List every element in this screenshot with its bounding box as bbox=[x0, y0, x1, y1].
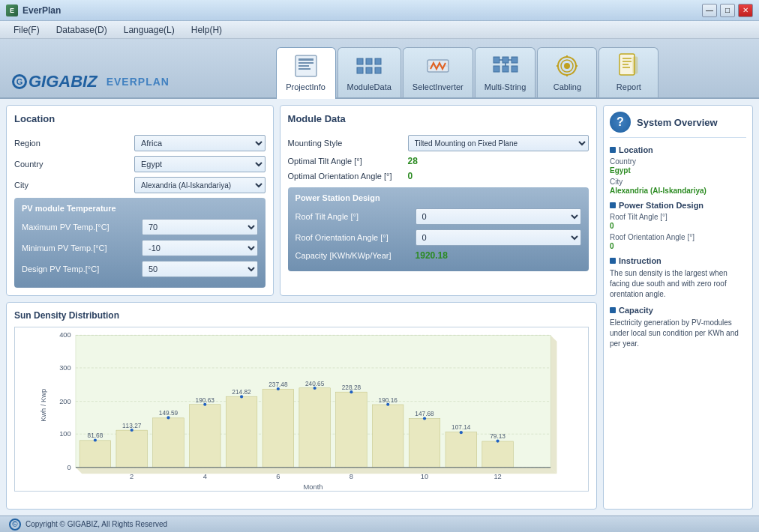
moduledata-icon bbox=[356, 52, 382, 79]
svg-text:147.68: 147.68 bbox=[415, 410, 434, 417]
cabling-icon bbox=[554, 52, 580, 79]
svg-text:300: 300 bbox=[59, 364, 71, 372]
svg-rect-8 bbox=[357, 67, 363, 73]
chart-section: Sun Density Distribution 400 300 bbox=[6, 302, 597, 510]
mounting-label: Mounting Style bbox=[288, 139, 408, 148]
sys-power-title: Power Station Design bbox=[610, 201, 746, 210]
menu-database[interactable]: Database(D) bbox=[49, 23, 115, 37]
left-panel: Location Region Africa Europe Asia Ameri… bbox=[6, 105, 597, 510]
svg-rect-57 bbox=[190, 405, 221, 468]
svg-point-83 bbox=[496, 439, 500, 442]
svg-rect-5 bbox=[357, 58, 363, 64]
svg-rect-66 bbox=[299, 388, 331, 468]
sys-country-label: Country bbox=[610, 157, 746, 166]
svg-text:2: 2 bbox=[130, 473, 134, 480]
minimize-button[interactable]: — bbox=[702, 4, 717, 17]
svg-rect-7 bbox=[375, 58, 381, 64]
region-label: Region bbox=[14, 139, 134, 148]
roof-orient-select[interactable]: 0102030 bbox=[416, 229, 581, 246]
system-overview-panel: ? System Overview Location Country Egypt… bbox=[603, 105, 753, 510]
svg-rect-4 bbox=[298, 68, 310, 70]
svg-rect-17 bbox=[502, 66, 508, 72]
close-button[interactable]: ✕ bbox=[738, 4, 753, 17]
mounting-select[interactable]: Tilted Mounting on Fixed Plane Flat Moun… bbox=[408, 135, 589, 151]
capacity-label: Capacity [KWh/KWp/Year] bbox=[296, 251, 416, 260]
sys-roof-orient-label: Roof Orientation Angle [°] bbox=[610, 233, 746, 241]
svg-text:400: 400 bbox=[59, 331, 71, 339]
svg-text:81.68: 81.68 bbox=[88, 432, 104, 439]
sys-roof-orient-value: 0 bbox=[610, 242, 746, 250]
svg-text:Month: Month bbox=[304, 483, 323, 491]
svg-point-65 bbox=[277, 387, 280, 390]
report-icon bbox=[615, 52, 642, 79]
svg-text:107.14: 107.14 bbox=[452, 423, 471, 431]
tab-projectinfo[interactable]: ProjectInfo bbox=[276, 47, 336, 99]
design-temp-select[interactable]: 505560 bbox=[142, 261, 258, 277]
main-content: Location Region Africa Europe Asia Ameri… bbox=[0, 99, 759, 516]
tab-selectinverter[interactable]: SelectInverter bbox=[403, 47, 473, 97]
help-icon: ? bbox=[610, 112, 631, 133]
title-bar: E EverPlan — □ ✕ bbox=[0, 0, 759, 21]
location-title: Location bbox=[14, 113, 266, 127]
tab-multistring[interactable]: Multi-String bbox=[475, 47, 536, 97]
power-station-section: Power Station Design Roof Tilt Angle [°]… bbox=[288, 187, 589, 271]
projectinfo-icon bbox=[292, 52, 320, 79]
svg-point-68 bbox=[314, 387, 316, 390]
module-section: Module Data Mounting Style Tilted Mounti… bbox=[280, 105, 597, 296]
svg-text:190.63: 190.63 bbox=[196, 396, 215, 404]
tab-cabling[interactable]: Cabling bbox=[537, 47, 597, 97]
tab-report-label: Report bbox=[616, 82, 641, 91]
chart-title: Sun Density Distribution bbox=[14, 310, 589, 321]
tab-moduledata-label: ModuleData bbox=[347, 82, 392, 91]
sys-country-value: Egypt bbox=[610, 166, 746, 175]
svg-text:6: 6 bbox=[276, 473, 280, 480]
svg-point-74 bbox=[386, 403, 389, 406]
menu-help[interactable]: Help(H) bbox=[184, 23, 230, 37]
svg-text:190.16: 190.16 bbox=[379, 396, 398, 404]
svg-point-77 bbox=[423, 417, 426, 420]
app-icon: E bbox=[6, 4, 18, 16]
menu-language[interactable]: Language(L) bbox=[116, 23, 182, 37]
system-overview-title: System Overview bbox=[637, 117, 718, 128]
svg-rect-14 bbox=[502, 57, 508, 63]
power-station-title: Power Station Design bbox=[296, 193, 581, 202]
svg-text:100: 100 bbox=[59, 430, 71, 438]
svg-text:4: 4 bbox=[203, 473, 207, 480]
svg-text:0: 0 bbox=[68, 464, 71, 471]
svg-text:200: 200 bbox=[59, 398, 71, 405]
roof-tilt-select[interactable]: 0102030 bbox=[416, 208, 581, 225]
sys-instruction-text: The sun density is the largest when faci… bbox=[610, 268, 746, 300]
chart-svg: 400 300 200 100 0 Kwh / Kwp 81.68 113.27 bbox=[15, 327, 588, 491]
city-label: City bbox=[14, 181, 134, 190]
sys-location-title: Location bbox=[610, 145, 746, 154]
svg-point-24 bbox=[564, 63, 570, 69]
tab-projectinfo-label: ProjectInfo bbox=[286, 82, 326, 91]
tilt-row: Optimal Tilt Angle [°] 28 bbox=[288, 156, 589, 166]
svg-text:228.28: 228.28 bbox=[342, 384, 362, 391]
min-temp-select[interactable]: -10-200 bbox=[142, 240, 258, 256]
menu-file[interactable]: File(F) bbox=[6, 23, 47, 37]
region-select[interactable]: Africa Europe Asia Americas bbox=[134, 135, 266, 151]
design-temp-label: Design PV Temp.[°C] bbox=[22, 265, 142, 273]
svg-text:113.27: 113.27 bbox=[122, 422, 142, 429]
tab-report[interactable]: Report bbox=[598, 47, 658, 97]
country-row: Country Egypt South Africa Nigeria bbox=[14, 156, 266, 172]
svg-rect-60 bbox=[226, 396, 257, 468]
region-row: Region Africa Europe Asia Americas bbox=[14, 135, 266, 151]
country-select[interactable]: Egypt South Africa Nigeria bbox=[134, 156, 266, 172]
svg-rect-9 bbox=[366, 67, 372, 73]
svg-rect-10 bbox=[375, 67, 381, 73]
svg-rect-78 bbox=[446, 432, 477, 468]
sys-capacity-title: Capacity bbox=[610, 306, 746, 315]
pv-temp-title: PV module Temperature bbox=[22, 204, 258, 213]
chart-area: 400 300 200 100 0 Kwh / Kwp 81.68 113.27 bbox=[14, 327, 589, 492]
svg-rect-30 bbox=[633, 57, 638, 73]
city-select[interactable]: Alexandria (Al-Iskandariya) Cairo Giza bbox=[134, 177, 266, 193]
city-row: City Alexandria (Al-Iskandariya) Cairo G… bbox=[14, 177, 266, 193]
maximize-button[interactable]: □ bbox=[720, 4, 735, 17]
svg-rect-54 bbox=[153, 418, 184, 468]
max-temp-select[interactable]: 708090 bbox=[142, 219, 258, 235]
tab-moduledata[interactable]: ModuleData bbox=[338, 47, 401, 97]
orientation-row: Optimal Orientation Angle [°] 0 bbox=[288, 171, 589, 181]
roof-orient-row: Roof Orientation Angle [°] 0102030 bbox=[296, 229, 581, 246]
